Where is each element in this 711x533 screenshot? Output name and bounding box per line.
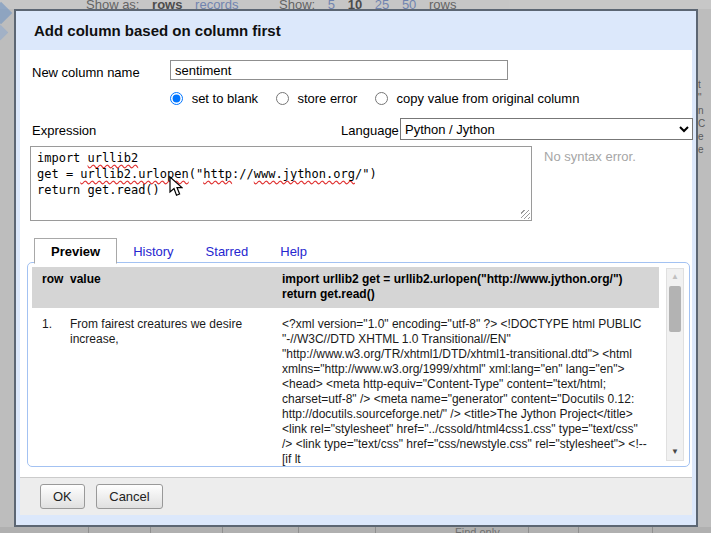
- tab-help[interactable]: Help: [264, 239, 323, 263]
- copy-value-radio[interactable]: [375, 92, 388, 105]
- dialog-title: Add column based on column first: [20, 11, 692, 50]
- tab-bar: Preview History Starred Help: [34, 237, 323, 263]
- background-data-table: Find only: [0, 527, 711, 533]
- language-label: Language: [341, 123, 399, 138]
- page-size-5: 5: [328, 0, 335, 9]
- dialog-footer: OK Cancel: [20, 477, 692, 515]
- background-view-controls: Show as: rows records Show: 5 10 25 50 r…: [0, 0, 711, 9]
- background-text-fragments: t " n C e e: [698, 78, 711, 173]
- language-select[interactable]: Python / Jython: [400, 118, 693, 140]
- on-error-options: set to blank store error copy value from…: [170, 91, 593, 106]
- resize-handle-icon[interactable]: [521, 210, 530, 219]
- expression-input[interactable]: import urllib2get = urllib2.urlopen("htt…: [30, 146, 532, 221]
- table-gridline: [528, 527, 529, 533]
- scrollbar-thumb[interactable]: [669, 286, 681, 332]
- row-result: <?xml version="1.0" encoding="utf-8" ?> …: [282, 317, 659, 467]
- scroll-down-icon[interactable]: ▼: [667, 445, 683, 459]
- set-to-blank-radio[interactable]: [170, 92, 183, 105]
- set-to-blank-label: set to blank: [192, 91, 259, 106]
- show-as-label: Show as:: [86, 0, 139, 9]
- column-header-expression: import urllib2 get = urllib2.urlopen("ht…: [282, 272, 659, 302]
- preview-scrollbar[interactable]: ▲ ▼: [666, 268, 684, 461]
- store-error-radio[interactable]: [276, 92, 289, 105]
- on-error-option-store-error: store error: [276, 91, 361, 106]
- store-error-label: store error: [297, 91, 357, 106]
- app-logo-fragment-icon: [0, 25, 8, 41]
- table-gridline: [652, 527, 653, 533]
- tab-preview[interactable]: Preview: [34, 238, 117, 264]
- expression-label: Expression: [32, 123, 96, 138]
- rows-suffix-label: rows: [429, 0, 456, 9]
- preview-row: 1. From fairest creatures we desire incr…: [32, 317, 659, 467]
- scroll-up-icon[interactable]: ▲: [667, 270, 683, 284]
- add-column-dialog: Add column based on column first New col…: [14, 9, 698, 527]
- tab-history[interactable]: History: [117, 239, 189, 263]
- preview-header-row: row value import urllib2 get = urllib2.u…: [32, 267, 659, 308]
- background-show-as-row: Show as: rows records Show: 5 10 25 50 r…: [86, 0, 465, 9]
- table-gridline: [375, 527, 376, 533]
- row-value: From fairest creatures we desire increas…: [70, 317, 282, 467]
- find-only-label: Find only: [455, 527, 500, 533]
- column-header-value: value: [70, 272, 282, 302]
- page-size-10: 10: [348, 0, 362, 9]
- preview-panel: row value import urllib2 get = urllib2.u…: [27, 262, 690, 467]
- tab-starred[interactable]: Starred: [190, 239, 265, 263]
- table-gridline: [578, 527, 579, 533]
- mouse-cursor-icon: [169, 176, 183, 197]
- expression-code: import urllib2get = urllib2.urlopen("htt…: [37, 150, 525, 198]
- on-error-option-set-to-blank: set to blank: [170, 91, 262, 106]
- dialog-body: New column name set to blank store error…: [20, 50, 692, 477]
- table-gridline: [298, 527, 299, 533]
- page-size-25: 25: [375, 0, 389, 9]
- show-label: Show:: [279, 0, 315, 9]
- new-column-name-input[interactable]: [170, 60, 508, 80]
- page-size-50: 50: [402, 0, 416, 9]
- view-mode-records-link: records: [195, 0, 238, 9]
- on-error-option-copy-value: copy value from original column: [375, 91, 579, 106]
- new-column-name-label: New column name: [32, 65, 140, 80]
- syntax-status: No syntax error.: [544, 149, 636, 164]
- row-index: 1.: [32, 317, 70, 467]
- column-header-row: row: [32, 272, 70, 302]
- table-gridline: [88, 527, 89, 533]
- view-mode-rows: rows: [152, 0, 182, 9]
- page-background: Show as: rows records Show: 5 10 25 50 r…: [0, 0, 711, 533]
- copy-value-label: copy value from original column: [397, 91, 580, 106]
- cancel-button[interactable]: Cancel: [96, 484, 162, 509]
- table-gridline: [150, 527, 151, 533]
- ok-button[interactable]: OK: [40, 484, 85, 509]
- table-gridline: [222, 527, 223, 533]
